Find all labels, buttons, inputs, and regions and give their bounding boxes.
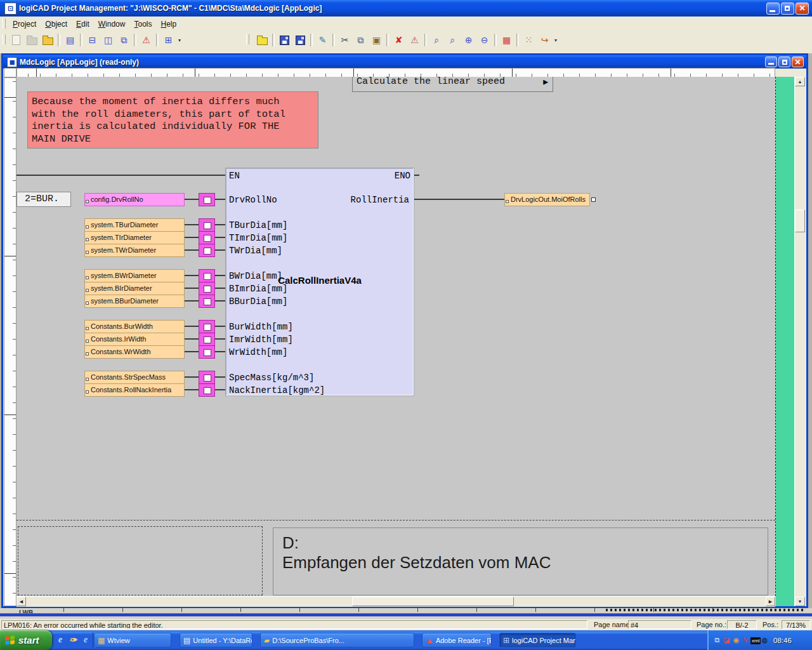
object-properties-button[interactable]: ▤ [62,32,78,48]
minimize-button[interactable] [766,3,780,15]
var-label[interactable]: system.TBurDiameter [84,218,185,232]
menubar-grip[interactable] [3,18,6,29]
parent-object-button[interactable] [254,32,270,48]
antivirus-icon[interactable]: V [741,635,750,646]
save-all-button[interactable] [292,32,308,48]
zoom-out-button[interactable]: ⊖ [476,32,492,48]
vertical-scrollbar[interactable]: ▲ ▼ [794,77,806,606]
toolbar-grip-2[interactable] [246,34,249,44]
tile-vertical-button[interactable]: ◫ [100,32,116,48]
page-connect-button[interactable]: ↪ [537,32,553,48]
message-list-button[interactable]: ⚠ [138,32,154,48]
var-label[interactable]: system.BBurDiameter [84,295,185,308]
connection-point[interactable] [199,320,215,333]
task-button[interactable]: ▲Adobe Reader - [E06... [422,633,492,647]
connection-point[interactable] [199,231,215,244]
var-label[interactable]: system.TIrDiameter [84,231,185,244]
start-button[interactable]: start [0,630,52,650]
display-icon[interactable]: ◍ [760,635,769,646]
var-label[interactable]: Constants.StrSpecMass [84,371,185,384]
xml-icon[interactable]: xml [750,635,760,646]
scroll-down-button[interactable]: ▼ [795,597,805,606]
scroll-left-button[interactable]: ◀ [16,597,26,606]
horizontal-scrollbar[interactable]: ◀ ▶ [16,596,775,607]
connection-point[interactable] [199,218,215,232]
open-folder-button[interactable] [40,32,56,48]
paste-button[interactable]: ▣ [369,32,384,48]
removal-icon[interactable]: ◪ [722,635,731,646]
toolbar-separator [58,34,60,46]
task-button[interactable]: ▰D:\SourceProBas\Fro... [260,633,414,647]
connection-point[interactable] [199,193,215,206]
child-minimize-button[interactable] [765,56,777,67]
connection-point[interactable] [199,371,215,384]
open-object-button [24,32,40,48]
main-titlebar[interactable]: ⊡ logiCAD Project Management: "J:\WISCO-… [0,0,812,17]
child-titlebar[interactable]: ▦ MdcLogic [AppLogic] (read-only) [3,55,806,69]
task-button[interactable]: ⊞logiCAD Project Mana... [499,633,576,647]
window-navigator-button[interactable]: ⊞ [160,32,176,48]
zoom-page-button[interactable]: ⌕ [445,32,461,48]
wire [185,300,199,302]
horizontal-scroll-thumb[interactable] [352,597,514,606]
copy-button[interactable]: ⧉ [353,32,369,48]
d-note-box[interactable]: D: Empfangen der Setzdaten vom MAC [273,527,768,595]
volume-icon[interactable]: ◉ [731,635,741,646]
launch-app-icon[interactable]: ✑ [67,634,79,646]
scroll-right-button[interactable]: ▶ [766,597,775,606]
close-button[interactable] [796,3,809,15]
cut-button[interactable]: ✂ [337,32,353,48]
grid-button[interactable]: ⁙ [521,32,537,48]
menu-tools[interactable]: Tools [129,18,156,30]
delete-object-button[interactable]: ✘ [391,32,407,48]
restore-button[interactable] [781,3,794,15]
task-button[interactable]: ▦Wtview [94,633,171,647]
connection-point[interactable] [199,345,215,359]
var-label[interactable]: system.BWrDiameter [84,269,185,282]
edit-object-button[interactable]: ✎ [315,32,331,48]
network-icon[interactable]: ⧉ [712,635,722,646]
save-button[interactable] [277,32,292,48]
child-restore-button[interactable] [778,56,790,67]
var-label[interactable]: Constants.WrWidth [84,345,185,359]
var-label[interactable]: Constants.RollNackInertia [84,383,185,397]
menu-project[interactable]: Project [8,18,41,30]
window-navigator-dropdown[interactable]: ▾ [176,37,183,43]
comment-calculate-linear-speed[interactable]: Calculate the linear speed ▶ [352,77,553,92]
launch-browser-icon[interactable]: e [80,634,91,646]
wire [215,338,225,340]
menu-edit[interactable]: Edit [72,18,94,30]
menu-object[interactable]: Object [41,18,72,30]
connection-point[interactable] [199,295,215,308]
vertical-scroll-thumb[interactable] [795,209,805,232]
scroll-up-button[interactable]: ▲ [795,77,805,86]
menu-help[interactable]: Help [156,18,181,30]
bur-constant-label[interactable]: 2=BUR. [16,192,71,207]
var-label[interactable]: system.BIrDiameter [84,282,185,295]
launch-ie-icon[interactable]: e [55,634,66,646]
connection-point[interactable] [199,333,215,346]
comment-inertia-note[interactable]: Because the moment of inertia differs mu… [27,91,318,149]
diagram-canvas[interactable]: Calculate the linear speed ▶ Because the… [16,77,776,596]
tile-horizontal-button[interactable]: ⊟ [84,32,100,48]
connection-point[interactable] [199,244,215,257]
menu-window[interactable]: Window [94,18,130,30]
connection-point[interactable] [199,282,215,295]
var-label[interactable]: Constants.BurWidth [84,320,185,333]
output-var-label[interactable]: DrvLogicOut.MoiOfRolls [504,193,590,206]
task-button[interactable]: ▤Untitled - Y:\DataRolli... [180,633,252,647]
toolbar-grip-1[interactable] [3,34,6,44]
connection-point[interactable] [199,383,215,397]
check-errors-button[interactable]: ⚠ [407,32,422,48]
var-label[interactable]: system.TWrDiameter [84,244,185,257]
zoom-rect-button[interactable]: ⌕ [429,32,445,48]
var-label[interactable]: Constants.IrWidth [84,333,185,346]
cascade-windows-button[interactable]: ⧉ [116,32,132,48]
zoom-selection-button[interactable]: ▦ [499,32,514,48]
var-label[interactable]: config.DrvRollNo [84,193,185,206]
wire [185,389,199,390]
zoom-in-button[interactable]: ⊕ [461,32,476,48]
page-connect-dropdown[interactable]: ▾ [553,37,559,43]
child-close-button[interactable] [792,56,804,67]
connection-point[interactable] [199,269,215,282]
